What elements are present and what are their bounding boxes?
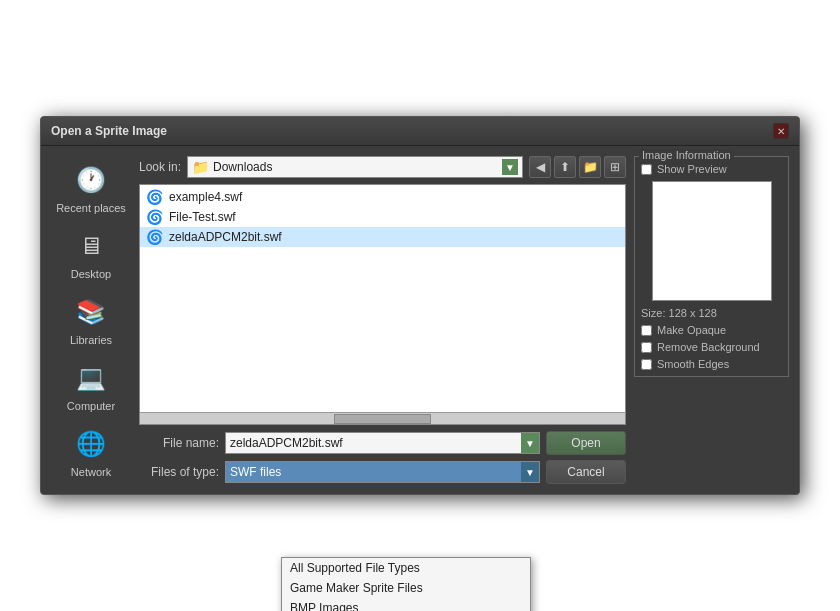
dialog-title: Open a Sprite Image bbox=[51, 124, 167, 138]
look-in-row: Look in: 📁 Downloads ▼ ◀ ⬆ 📁 ⊞ bbox=[139, 156, 626, 178]
sidebar-item-computer[interactable]: 💻 Computer bbox=[51, 354, 131, 418]
smooth-edges-label: Smooth Edges bbox=[657, 358, 729, 370]
look-in-select[interactable]: 📁 Downloads ▼ bbox=[187, 156, 523, 178]
open-sprite-dialog: Open a Sprite Image ✕ 🕐 Recent places 🖥 … bbox=[40, 116, 800, 495]
recent-places-icon: 🕐 bbox=[73, 162, 109, 198]
filename-dropdown-arrow[interactable]: ▼ bbox=[521, 433, 539, 453]
up-button[interactable]: ⬆ bbox=[554, 156, 576, 178]
sidebar-item-recent-places[interactable]: 🕐 Recent places bbox=[51, 156, 131, 220]
sidebar-label-desktop: Desktop bbox=[71, 268, 111, 280]
new-folder-button[interactable]: 📁 bbox=[579, 156, 601, 178]
preview-area bbox=[652, 181, 772, 301]
sidebar-item-desktop[interactable]: 🖥 Desktop bbox=[51, 222, 131, 286]
cancel-button[interactable]: Cancel bbox=[546, 460, 626, 484]
look-in-dropdown-arrow[interactable]: ▼ bbox=[502, 159, 518, 175]
show-preview-row: Show Preview bbox=[641, 163, 782, 175]
view-button[interactable]: ⊞ bbox=[604, 156, 626, 178]
make-opaque-checkbox[interactable] bbox=[641, 325, 652, 336]
sidebar-item-network[interactable]: 🌐 Network bbox=[51, 420, 131, 484]
swf-icon-1: 🌀 bbox=[146, 189, 163, 205]
file-item-filetest[interactable]: 🌀 File-Test.swf bbox=[140, 207, 625, 227]
make-opaque-label: Make Opaque bbox=[657, 324, 726, 336]
show-preview-label: Show Preview bbox=[657, 163, 727, 175]
file-item-example4[interactable]: 🌀 example4.swf bbox=[140, 187, 625, 207]
back-button[interactable]: ◀ bbox=[529, 156, 551, 178]
title-bar: Open a Sprite Image ✕ bbox=[41, 117, 799, 146]
file-name-2: File-Test.swf bbox=[169, 210, 236, 224]
swf-icon-2: 🌀 bbox=[146, 209, 163, 225]
swf-icon-3: 🌀 bbox=[146, 229, 163, 245]
desktop-icon: 🖥 bbox=[73, 228, 109, 264]
look-in-value: Downloads bbox=[213, 160, 502, 174]
filename-input-wrapper: ▼ bbox=[225, 432, 540, 454]
remove-bg-checkbox[interactable] bbox=[641, 342, 652, 353]
computer-icon: 💻 bbox=[73, 360, 109, 396]
dropdown-item-bmp[interactable]: BMP Images bbox=[282, 598, 530, 611]
dropdown-item-all[interactable]: All Supported File Types bbox=[282, 558, 530, 578]
smooth-edges-checkbox[interactable] bbox=[641, 359, 652, 370]
scrollbar-horizontal[interactable] bbox=[140, 412, 625, 424]
size-label: Size: 128 x 128 bbox=[641, 307, 782, 319]
file-name-3: zeldaADPCM2bit.swf bbox=[169, 230, 282, 244]
file-list[interactable]: 🌀 example4.swf 🌀 File-Test.swf 🌀 zeldaAD… bbox=[139, 184, 626, 425]
make-opaque-row: Make Opaque bbox=[641, 324, 782, 336]
image-info-title: Image Information bbox=[639, 149, 734, 161]
sidebar-label-libraries: Libraries bbox=[70, 334, 112, 346]
remove-bg-label: Remove Background bbox=[657, 341, 760, 353]
sidebar-label-network: Network bbox=[71, 466, 111, 478]
folder-icon: 📁 bbox=[192, 159, 209, 175]
filename-row: File name: ▼ Open bbox=[139, 431, 626, 455]
dialog-body: 🕐 Recent places 🖥 Desktop 📚 Libraries 💻 … bbox=[41, 146, 799, 494]
sidebar-label-recent-places: Recent places bbox=[56, 202, 126, 214]
filetype-wrapper: SWF files ▼ bbox=[225, 461, 540, 483]
bottom-rows: File name: ▼ Open Files of type: SWF fil… bbox=[139, 431, 626, 484]
file-name-1: example4.swf bbox=[169, 190, 242, 204]
smooth-edges-row: Smooth Edges bbox=[641, 358, 782, 370]
libraries-icon: 📚 bbox=[73, 294, 109, 330]
sidebar-label-computer: Computer bbox=[67, 400, 115, 412]
sidebar: 🕐 Recent places 🖥 Desktop 📚 Libraries 💻 … bbox=[51, 156, 131, 484]
dropdown-item-gm-sprite[interactable]: Game Maker Sprite Files bbox=[282, 578, 530, 598]
show-preview-checkbox[interactable] bbox=[641, 164, 652, 175]
open-button[interactable]: Open bbox=[546, 431, 626, 455]
filetype-label: Files of type: bbox=[139, 465, 219, 479]
image-info-group: Image Information Show Preview Size: 128… bbox=[634, 156, 789, 377]
look-in-label: Look in: bbox=[139, 160, 181, 174]
main-area: Look in: 📁 Downloads ▼ ◀ ⬆ 📁 ⊞ 🌀 bbox=[139, 156, 626, 484]
filename-label: File name: bbox=[139, 436, 219, 450]
remove-bg-row: Remove Background bbox=[641, 341, 782, 353]
filetype-dropdown: All Supported File Types Game Maker Spri… bbox=[281, 557, 531, 611]
filetype-dropdown-arrow[interactable]: ▼ bbox=[521, 462, 539, 482]
network-icon: 🌐 bbox=[73, 426, 109, 462]
toolbar-buttons: ◀ ⬆ 📁 ⊞ bbox=[529, 156, 626, 178]
close-button[interactable]: ✕ bbox=[773, 123, 789, 139]
right-panel: Image Information Show Preview Size: 128… bbox=[634, 156, 789, 484]
file-list-inner: 🌀 example4.swf 🌀 File-Test.swf 🌀 zeldaAD… bbox=[140, 185, 625, 249]
file-item-zelda[interactable]: 🌀 zeldaADPCM2bit.swf bbox=[140, 227, 625, 247]
sidebar-item-libraries[interactable]: 📚 Libraries bbox=[51, 288, 131, 352]
filename-input[interactable] bbox=[226, 434, 521, 452]
filetype-text: SWF files bbox=[226, 463, 521, 481]
filetype-row: Files of type: SWF files ▼ Cancel bbox=[139, 460, 626, 484]
